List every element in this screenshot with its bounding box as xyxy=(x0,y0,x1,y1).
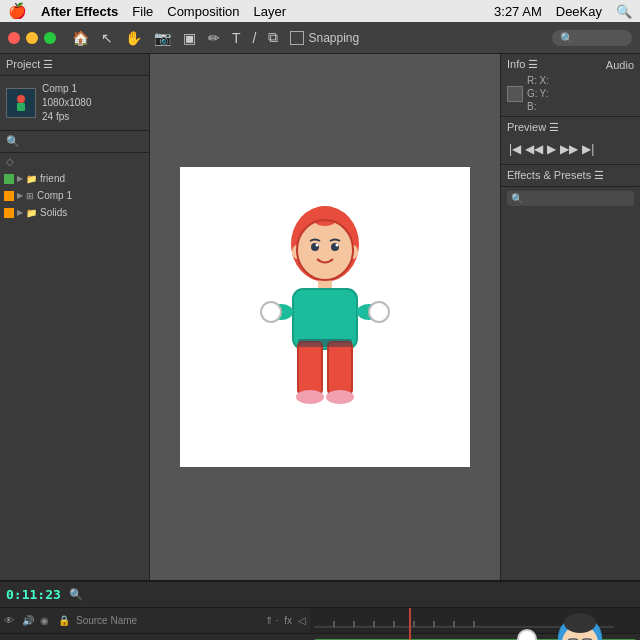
layer-filter-icon: ◇ xyxy=(0,153,149,170)
layer-name-comp1: Comp 1 xyxy=(37,190,72,201)
layer-arrow-comp1: ▶ xyxy=(17,191,23,200)
cursor-icon[interactable]: ↖ xyxy=(97,28,117,48)
info-header: Info ☰ Audio xyxy=(507,58,634,71)
pen-icon[interactable]: ✏ xyxy=(204,28,224,48)
snapping-toggle[interactable]: Snapping xyxy=(290,31,359,45)
timeline-left: 👁 🔊 ◉ 🔒 Source Name ⇑ · fx ◁ 👁 🔊 ◉ 🔒 ▶ H… xyxy=(0,608,310,640)
source-name-col: Source Name xyxy=(76,615,259,626)
search-bar[interactable]: 🔍 xyxy=(0,131,149,153)
effects-panel: Effects & Presets ☰ xyxy=(501,165,640,580)
svg-point-38 xyxy=(564,613,596,633)
clone-icon[interactable]: ⧉ xyxy=(264,27,282,48)
apple-logo: 🍎 xyxy=(8,2,27,20)
search-icon: 🔍 xyxy=(6,135,20,148)
folder-icon-solids: 📁 xyxy=(26,208,37,218)
home-icon[interactable]: 🏠 xyxy=(68,28,93,48)
project-title: Project ☰ xyxy=(6,58,53,71)
text-icon[interactable]: T xyxy=(228,28,245,48)
main-area: Project ☰ Comp 1 1080x1080 24 fps 🔍 xyxy=(0,54,640,580)
audio-label: Audio xyxy=(606,59,634,71)
comp-canvas xyxy=(180,167,470,467)
rect-icon[interactable]: ▣ xyxy=(179,28,200,48)
comp-name: Comp 1 xyxy=(42,82,92,96)
svg-rect-2 xyxy=(17,103,25,111)
svg-point-23 xyxy=(296,390,324,404)
color-swatch xyxy=(507,86,523,102)
comp-thumbnail xyxy=(6,88,36,118)
playhead[interactable] xyxy=(409,608,411,640)
timeline-cols: 👁 🔊 ◉ 🔒 Source Name ⇑ · fx ◁ 👁 🔊 ◉ 🔒 ▶ H… xyxy=(0,608,640,640)
stretch-col: ◁ xyxy=(298,615,306,626)
parent-col: ⇑ · xyxy=(265,615,279,626)
svg-rect-19 xyxy=(298,342,322,394)
menu-layer[interactable]: Layer xyxy=(254,4,287,19)
info-title: Info ☰ xyxy=(507,58,538,71)
character-illustration xyxy=(235,182,415,452)
skip-fwd-btn[interactable]: ▶| xyxy=(582,142,594,156)
preview-header: Preview ☰ xyxy=(507,121,634,134)
preview-controls: |◀ ◀◀ ▶ ▶▶ ▶| xyxy=(507,138,634,160)
b-label: B: xyxy=(527,101,538,112)
svg-point-9 xyxy=(336,244,339,247)
preview-section: Preview ☰ |◀ ◀◀ ▶ ▶▶ ▶| xyxy=(501,117,640,165)
info-section: Info ☰ Audio R: X: G: Y: B: xyxy=(501,54,640,117)
skip-back-btn[interactable]: |◀ xyxy=(509,142,521,156)
timeline-search-icon[interactable]: 🔍 xyxy=(69,588,83,601)
rgb-values: R: X: G: Y: B: xyxy=(527,75,550,112)
layer-color-solids xyxy=(4,208,14,218)
comp-fps: 24 fps xyxy=(42,110,92,124)
effects-search[interactable] xyxy=(501,187,640,210)
column-headers: 👁 🔊 ◉ 🔒 Source Name ⇑ · fx ◁ xyxy=(0,608,310,634)
layer-color-comp1 xyxy=(4,191,14,201)
menu-app[interactable]: After Effects xyxy=(41,4,118,19)
step-fwd-btn[interactable]: ▶▶ xyxy=(560,142,578,156)
menu-user: DeeKay xyxy=(556,4,602,19)
lock-col: 🔒 xyxy=(58,615,70,626)
comp-view xyxy=(150,54,500,580)
toolbar-search[interactable] xyxy=(552,30,632,46)
effects-title: Effects & Presets ☰ xyxy=(507,169,604,182)
layer-name-solids: Solids xyxy=(40,207,67,218)
y-label: Y: xyxy=(540,88,551,99)
snapping-checkbox[interactable] xyxy=(290,31,304,45)
svg-point-16 xyxy=(261,302,281,322)
layer-item-comp1[interactable]: ▶ ⊞ Comp 1 xyxy=(0,187,149,204)
toolbar: 🏠 ↖ ✋ 📷 ▣ ✏ T / ⧉ Snapping xyxy=(0,22,640,54)
svg-point-47 xyxy=(518,630,536,640)
fx-col: fx xyxy=(284,615,292,626)
effects-header: Effects & Presets ☰ xyxy=(501,165,640,187)
timeline-character xyxy=(440,608,640,640)
menu-file[interactable]: File xyxy=(132,4,153,19)
menu-bar: 🍎 After Effects File Composition Layer 3… xyxy=(0,0,640,22)
menu-search-icon[interactable]: 🔍 xyxy=(616,4,632,19)
timeline-row-head[interactable]: 👁 🔊 ◉ 🔒 ▶ Head ⊙ ∨ xyxy=(0,634,310,640)
hand-icon[interactable]: ✋ xyxy=(121,28,146,48)
play-btn[interactable]: ▶ xyxy=(547,142,556,156)
eye-col: 👁 xyxy=(4,615,16,626)
traffic-yellow[interactable] xyxy=(26,32,38,44)
layer-color-friend xyxy=(4,174,14,184)
layer-item-friend[interactable]: ▶ 📁 friend xyxy=(0,170,149,187)
menu-composition[interactable]: Composition xyxy=(167,4,239,19)
layer-item-solids[interactable]: ▶ 📁 Solids xyxy=(0,204,149,221)
layer-arrow-solids: ▶ xyxy=(17,208,23,217)
folder-icon-friend: 📁 xyxy=(26,174,37,184)
solo-col: ◉ xyxy=(40,615,52,626)
menu-right: 3:27 AM DeeKay 🔍 xyxy=(494,4,632,19)
effects-search-input[interactable] xyxy=(507,191,634,206)
camera-icon[interactable]: 📷 xyxy=(150,28,175,48)
traffic-red[interactable] xyxy=(8,32,20,44)
svg-point-18 xyxy=(369,302,389,322)
comp-icon-comp1: ⊞ xyxy=(26,191,34,201)
project-item[interactable]: Comp 1 1080x1080 24 fps xyxy=(0,76,149,131)
snapping-label: Snapping xyxy=(308,31,359,45)
project-search-input[interactable] xyxy=(24,134,143,149)
brush-icon[interactable]: / xyxy=(249,28,261,48)
layer-arrow-friend: ▶ xyxy=(17,174,23,183)
svg-point-24 xyxy=(326,390,354,404)
timeline-char-svg xyxy=(440,608,640,640)
info-color-row: R: X: G: Y: B: xyxy=(507,75,634,112)
step-back-btn[interactable]: ◀◀ xyxy=(525,142,543,156)
traffic-green[interactable] xyxy=(44,32,56,44)
audio-col: 🔊 xyxy=(22,615,34,626)
